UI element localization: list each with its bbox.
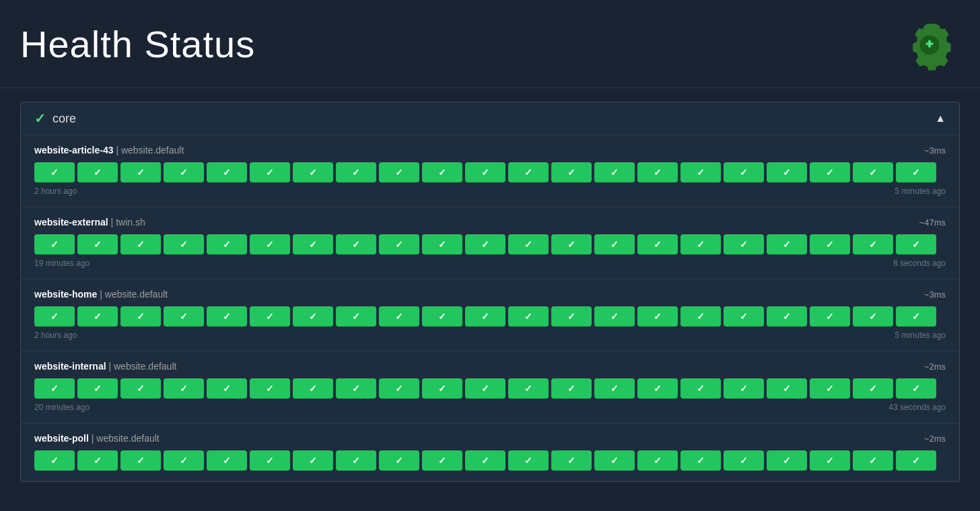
check-badge[interactable]: ✓ — [379, 450, 419, 471]
check-badge[interactable]: ✓ — [293, 162, 333, 182]
check-badge[interactable]: ✓ — [810, 162, 850, 182]
check-badge[interactable]: ✓ — [250, 378, 290, 399]
check-badge[interactable]: ✓ — [465, 162, 505, 182]
check-badge[interactable]: ✓ — [164, 234, 204, 254]
check-badge[interactable]: ✓ — [724, 450, 764, 471]
check-badge[interactable]: ✓ — [724, 162, 764, 182]
check-badge[interactable]: ✓ — [422, 234, 462, 254]
check-badge[interactable]: ✓ — [77, 450, 118, 471]
check-badge[interactable]: ✓ — [77, 378, 118, 399]
check-badge[interactable]: ✓ — [207, 162, 247, 182]
check-badge[interactable]: ✓ — [810, 234, 850, 254]
check-badge[interactable]: ✓ — [637, 162, 678, 182]
check-badge[interactable]: ✓ — [34, 450, 75, 471]
check-badge[interactable]: ✓ — [637, 378, 678, 399]
check-badge[interactable]: ✓ — [508, 234, 549, 254]
check-badge[interactable]: ✓ — [551, 450, 592, 471]
check-badge[interactable]: ✓ — [465, 378, 505, 399]
check-badge[interactable]: ✓ — [120, 378, 161, 399]
check-badge[interactable]: ✓ — [422, 306, 462, 327]
check-badge[interactable]: ✓ — [853, 306, 893, 327]
check-badge[interactable]: ✓ — [637, 234, 678, 254]
check-badge[interactable]: ✓ — [767, 450, 807, 471]
check-badge[interactable]: ✓ — [724, 378, 764, 399]
check-badge[interactable]: ✓ — [164, 306, 204, 327]
check-badge[interactable]: ✓ — [551, 234, 592, 254]
check-badge[interactable]: ✓ — [594, 450, 635, 471]
check-badge[interactable]: ✓ — [164, 378, 204, 399]
check-badge[interactable]: ✓ — [207, 234, 247, 254]
check-badge[interactable]: ✓ — [34, 162, 75, 182]
check-badge[interactable]: ✓ — [120, 162, 161, 182]
check-badge[interactable]: ✓ — [551, 378, 592, 399]
check-badge[interactable]: ✓ — [896, 162, 936, 182]
check-badge[interactable]: ✓ — [379, 162, 419, 182]
check-badge[interactable]: ✓ — [637, 450, 678, 471]
check-badge[interactable]: ✓ — [336, 234, 376, 254]
check-badge[interactable]: ✓ — [164, 450, 204, 471]
check-badge[interactable]: ✓ — [896, 306, 936, 327]
check-badge[interactable]: ✓ — [680, 234, 721, 254]
check-badge[interactable]: ✓ — [853, 378, 893, 399]
check-badge[interactable]: ✓ — [594, 234, 635, 254]
check-badge[interactable]: ✓ — [293, 234, 333, 254]
check-badge[interactable]: ✓ — [120, 306, 161, 327]
check-badge[interactable]: ✓ — [422, 378, 462, 399]
check-badge[interactable]: ✓ — [637, 306, 678, 327]
check-badge[interactable]: ✓ — [34, 306, 75, 327]
check-badge[interactable]: ✓ — [767, 234, 807, 254]
section-header[interactable]: ✓ core ▲ — [21, 102, 959, 135]
check-badge[interactable]: ✓ — [853, 162, 893, 182]
check-badge[interactable]: ✓ — [77, 234, 118, 254]
check-badge[interactable]: ✓ — [250, 306, 290, 327]
check-badge[interactable]: ✓ — [551, 162, 592, 182]
check-badge[interactable]: ✓ — [853, 450, 893, 471]
check-badge[interactable]: ✓ — [207, 378, 247, 399]
check-badge[interactable]: ✓ — [120, 234, 161, 254]
check-badge[interactable]: ✓ — [379, 378, 419, 399]
check-badge[interactable]: ✓ — [465, 306, 505, 327]
check-badge[interactable]: ✓ — [422, 450, 462, 471]
check-badge[interactable]: ✓ — [810, 306, 850, 327]
check-badge[interactable]: ✓ — [810, 378, 850, 399]
check-badge[interactable]: ✓ — [293, 450, 333, 471]
check-badge[interactable]: ✓ — [594, 162, 635, 182]
check-badge[interactable]: ✓ — [896, 450, 936, 471]
check-badge[interactable]: ✓ — [508, 450, 549, 471]
check-badge[interactable]: ✓ — [724, 234, 764, 254]
check-badge[interactable]: ✓ — [896, 378, 936, 399]
check-badge[interactable]: ✓ — [293, 306, 333, 327]
check-badge[interactable]: ✓ — [724, 306, 764, 327]
check-badge[interactable]: ✓ — [164, 162, 204, 182]
check-badge[interactable]: ✓ — [336, 306, 376, 327]
check-badge[interactable]: ✓ — [336, 162, 376, 182]
section-collapse-arrow[interactable]: ▲ — [935, 112, 946, 125]
check-badge[interactable]: ✓ — [767, 162, 807, 182]
check-badge[interactable]: ✓ — [336, 378, 376, 399]
check-badge[interactable]: ✓ — [508, 378, 549, 399]
check-badge[interactable]: ✓ — [250, 162, 290, 182]
check-badge[interactable]: ✓ — [680, 162, 721, 182]
check-badge[interactable]: ✓ — [551, 306, 592, 327]
check-badge[interactable]: ✓ — [810, 450, 850, 471]
check-badge[interactable]: ✓ — [250, 234, 290, 254]
check-badge[interactable]: ✓ — [120, 450, 161, 471]
check-badge[interactable]: ✓ — [853, 234, 893, 254]
check-badge[interactable]: ✓ — [77, 306, 118, 327]
check-badge[interactable]: ✓ — [508, 162, 549, 182]
check-badge[interactable]: ✓ — [680, 306, 721, 327]
check-badge[interactable]: ✓ — [680, 450, 721, 471]
check-badge[interactable]: ✓ — [34, 378, 75, 399]
check-badge[interactable]: ✓ — [465, 234, 505, 254]
check-badge[interactable]: ✓ — [422, 162, 462, 182]
check-badge[interactable]: ✓ — [508, 306, 549, 327]
check-badge[interactable]: ✓ — [77, 162, 118, 182]
check-badge[interactable]: ✓ — [379, 306, 419, 327]
check-badge[interactable]: ✓ — [207, 306, 247, 327]
check-badge[interactable]: ✓ — [767, 306, 807, 327]
check-badge[interactable]: ✓ — [680, 378, 721, 399]
check-badge[interactable]: ✓ — [250, 450, 290, 471]
check-badge[interactable]: ✓ — [379, 234, 419, 254]
check-badge[interactable]: ✓ — [594, 306, 635, 327]
check-badge[interactable]: ✓ — [207, 450, 247, 471]
